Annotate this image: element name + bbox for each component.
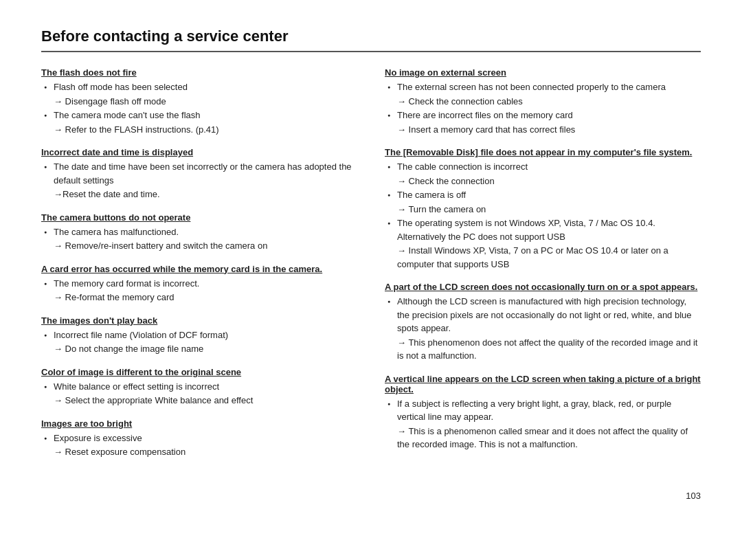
section-lcd-spot: A part of the LCD screen does not occasi…	[385, 282, 701, 363]
section-no-image: No image on external screen●The external…	[385, 67, 701, 136]
bullet-icon: ●	[44, 80, 54, 91]
section-flash: The flash does not fire●Flash off mode h…	[41, 67, 357, 136]
bullet-icon: ●	[387, 109, 397, 120]
section-body-removable: ●The cable connection is incorrect→ Chec…	[385, 160, 701, 271]
section-body-lcd-spot: ●Although the LCD screen is manufactured…	[385, 295, 701, 363]
bullet-item: ●The camera mode can't use the flash	[44, 109, 357, 122]
section-title-card-error: A card error has occurred while the memo…	[41, 264, 357, 274]
arrow-item: → This phenomenon does not affect the qu…	[387, 336, 701, 363]
arrow-item: → Disengage flash off mode	[44, 95, 357, 109]
bullet-text: Incorrect file name (Violation of DCF fo…	[54, 328, 357, 342]
bullet-item: ●If a subject is reflecting a very brigh…	[387, 397, 701, 424]
bullet-item: ●Although the LCD screen is manufactured…	[387, 295, 701, 335]
bullet-icon: ●	[44, 109, 54, 120]
bullet-item: ●Flash off mode has been selected	[44, 80, 357, 94]
arrow-item: → Remove/re-insert battery and switch th…	[44, 239, 357, 253]
bullet-icon: ●	[44, 160, 54, 171]
bullet-text: Flash off mode has been selected	[54, 80, 357, 94]
arrow-item: → Refer to the FLASH instructions. (p.41…	[44, 123, 357, 137]
page-title: Before contacting a service center	[41, 27, 701, 52]
section-title-no-image: No image on external screen	[385, 67, 701, 78]
section-playback: The images don't play back●Incorrect fil…	[41, 315, 357, 356]
section-bright: Images are too bright●Exposure is excess…	[41, 418, 357, 459]
section-body-datetime: ●The date and time have been set incorre…	[41, 160, 357, 201]
section-title-buttons: The camera buttons do not operate	[41, 212, 357, 223]
section-body-vertical-line: ●If a subject is reflecting a very brigh…	[385, 397, 701, 451]
left-column: The flash does not fire●Flash off mode h…	[41, 67, 357, 470]
section-body-playback: ●Incorrect file name (Violation of DCF f…	[41, 328, 357, 356]
arrow-item: → Check the connection cables	[387, 95, 701, 109]
bullet-item: ●White balance or effect setting is inco…	[44, 380, 357, 394]
right-column: No image on external screen●The external…	[385, 67, 701, 470]
bullet-item: ●The operating system is not Windows XP,…	[387, 216, 701, 243]
bullet-item: ●The cable connection is incorrect	[387, 160, 701, 174]
section-body-flash: ●Flash off mode has been selected→ Disen…	[41, 80, 357, 136]
bullet-text: The camera is off	[397, 188, 701, 202]
bullet-icon: ●	[387, 80, 397, 91]
section-title-bright: Images are too bright	[41, 418, 357, 429]
bullet-item: ●There are incorrect files on the memory…	[387, 109, 701, 122]
bullet-text: The operating system is not Windows XP, …	[397, 216, 701, 243]
section-datetime: Incorrect date and time is displayed●The…	[41, 147, 357, 201]
bullet-item: ●Exposure is excessive	[44, 432, 357, 445]
section-color: Color of image is different to the origi…	[41, 367, 357, 407]
arrow-item: → Insert a memory card that has correct …	[387, 123, 701, 137]
bullet-text: Although the LCD screen is manufactured …	[397, 295, 701, 335]
page-number: 103	[41, 491, 701, 501]
section-title-playback: The images don't play back	[41, 315, 357, 326]
section-title-datetime: Incorrect date and time is displayed	[41, 147, 357, 157]
bullet-item: ●The date and time have been set incorre…	[44, 160, 357, 187]
arrow-item: → Select the appropriate White balance a…	[44, 394, 357, 407]
section-removable: The [Removable Disk] file does not appea…	[385, 147, 701, 271]
arrow-item: → Do not change the image file name	[44, 342, 357, 356]
bullet-text: The camera mode can't use the flash	[54, 109, 357, 122]
section-body-buttons: ●The camera has malfunctioned.→ Remove/r…	[41, 225, 357, 253]
section-body-color: ●White balance or effect setting is inco…	[41, 380, 357, 407]
bullet-icon: ●	[44, 225, 54, 236]
arrow-item: → Check the connection	[387, 175, 701, 188]
section-title-flash: The flash does not fire	[41, 67, 357, 78]
bullet-icon: ●	[44, 380, 54, 391]
bullet-icon: ●	[44, 432, 54, 443]
bullet-text: Exposure is excessive	[54, 432, 357, 445]
section-vertical-line: A vertical line appears on the LCD scree…	[385, 374, 701, 451]
bullet-icon: ●	[387, 188, 397, 199]
bullet-icon: ●	[387, 160, 397, 171]
section-card-error: A card error has occurred while the memo…	[41, 264, 357, 304]
bullet-icon: ●	[44, 277, 54, 288]
arrow-item: → Install Windows XP, Vista, 7 on a PC o…	[387, 244, 701, 271]
bullet-item: ●The camera has malfunctioned.	[44, 225, 357, 239]
bullet-item: ●The memory card format is incorrect.	[44, 277, 357, 291]
bullet-text: The date and time have been set incorrec…	[54, 160, 357, 187]
section-title-vertical-line: A vertical line appears on the LCD scree…	[385, 374, 701, 394]
bullet-item: ●The external screen has not been connec…	[387, 80, 701, 94]
bullet-text: The camera has malfunctioned.	[54, 225, 357, 239]
bullet-text: The cable connection is incorrect	[397, 160, 701, 174]
arrow-item: → This is a phenomenon called smear and …	[387, 425, 701, 451]
section-body-no-image: ●The external screen has not been connec…	[385, 80, 701, 136]
arrow-item: → Reset exposure compensation	[44, 445, 357, 459]
bullet-text: The memory card format is incorrect.	[54, 277, 357, 291]
bullet-icon: ●	[387, 397, 397, 408]
bullet-text: The external screen has not been connect…	[397, 80, 701, 94]
section-buttons: The camera buttons do not operate●The ca…	[41, 212, 357, 253]
bullet-icon: ●	[387, 295, 397, 306]
bullet-text: If a subject is reflecting a very bright…	[397, 397, 701, 424]
section-body-bright: ●Exposure is excessive→ Reset exposure c…	[41, 432, 357, 459]
arrow-item: →Reset the date and time.	[44, 188, 357, 201]
bullet-text: There are incorrect files on the memory …	[397, 109, 701, 122]
section-title-color: Color of image is different to the origi…	[41, 367, 357, 377]
section-body-card-error: ●The memory card format is incorrect.→ R…	[41, 277, 357, 304]
bullet-icon: ●	[387, 216, 397, 227]
section-title-removable: The [Removable Disk] file does not appea…	[385, 147, 701, 157]
arrow-item: → Re-format the memory card	[44, 291, 357, 304]
bullet-text: White balance or effect setting is incor…	[54, 380, 357, 394]
arrow-item: → Turn the camera on	[387, 203, 701, 216]
bullet-icon: ●	[44, 328, 54, 339]
bullet-item: ●Incorrect file name (Violation of DCF f…	[44, 328, 357, 342]
bullet-item: ●The camera is off	[387, 188, 701, 202]
section-title-lcd-spot: A part of the LCD screen does not occasi…	[385, 282, 701, 292]
